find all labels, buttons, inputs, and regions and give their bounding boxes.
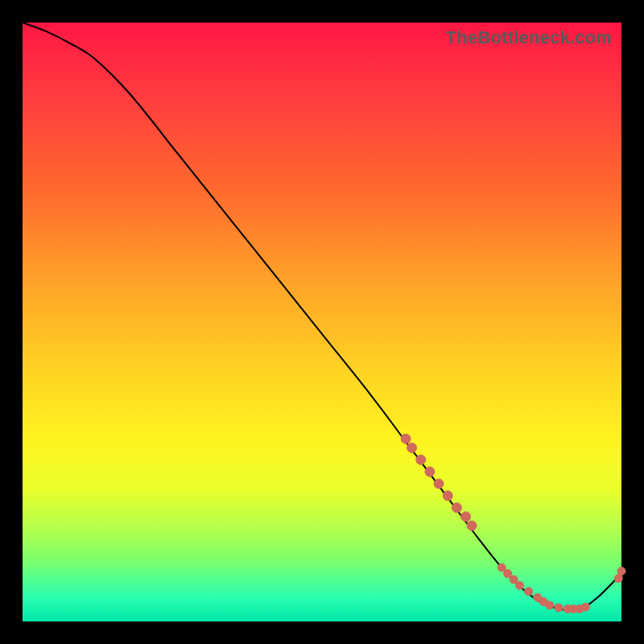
scatter-point [525,588,533,596]
scatter-point [617,568,625,576]
scatter-point [461,512,471,522]
scatter-point [425,467,435,477]
scatter-point [504,569,512,577]
scatter-point [467,521,477,530]
scatter-point [555,604,563,612]
scatter-point [434,479,444,489]
scatter-point [497,564,506,572]
scatter-point [510,576,518,584]
scatter-point [416,455,426,464]
chart-curve [23,23,621,611]
scatter-point [546,601,554,609]
chart-svg [23,23,621,621]
chart-scatter-group [401,434,625,613]
scatter-point [516,581,524,589]
scatter-point [401,434,411,444]
chart-plot-area: TheBottleneck.com [23,23,621,621]
scatter-point [443,491,452,501]
scatter-point [452,503,461,513]
chart-stage: TheBottleneck.com [0,0,644,644]
scatter-point [407,443,417,452]
scatter-point [581,603,589,611]
